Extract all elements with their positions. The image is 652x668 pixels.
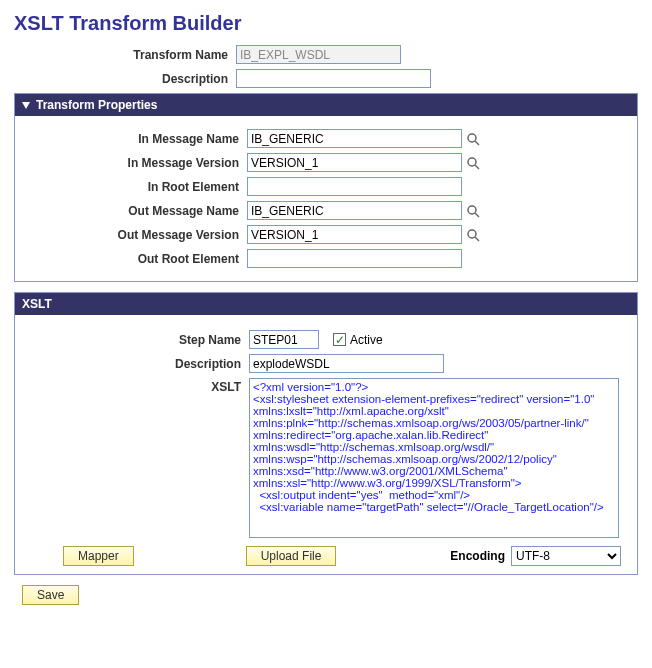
xslt-text-label: XSLT	[21, 378, 249, 394]
row-step-name: Step Name ✓ Active	[21, 330, 631, 349]
active-checkbox-wrap[interactable]: ✓ Active	[333, 333, 383, 347]
mapper-button[interactable]: Mapper	[63, 546, 134, 566]
row-xslt-description: Description	[21, 354, 631, 373]
in-message-version-field[interactable]	[247, 153, 462, 172]
svg-line-1	[475, 141, 479, 145]
out-message-version-label: Out Message Version	[19, 228, 247, 242]
in-root-element-label: In Root Element	[19, 180, 247, 194]
step-name-field[interactable]	[249, 330, 319, 349]
svg-line-5	[475, 213, 479, 217]
svg-point-2	[468, 158, 476, 166]
save-button[interactable]: Save	[22, 585, 79, 605]
xslt-title: XSLT	[22, 297, 52, 311]
page-title: XSLT Transform Builder	[14, 12, 644, 35]
row-out-root-element: Out Root Element	[19, 249, 633, 268]
lookup-icon[interactable]	[466, 204, 480, 218]
row-in-root-element: In Root Element	[19, 177, 633, 196]
in-message-version-label: In Message Version	[19, 156, 247, 170]
description-field[interactable]	[236, 69, 431, 88]
svg-point-0	[468, 134, 476, 142]
encoding-label: Encoding	[450, 549, 505, 563]
xslt-description-label: Description	[21, 357, 249, 371]
out-message-name-label: Out Message Name	[19, 204, 247, 218]
active-checkbox[interactable]: ✓	[333, 333, 346, 346]
lookup-icon[interactable]	[466, 132, 480, 146]
xslt-header: XSLT	[15, 293, 637, 315]
transform-name-field	[236, 45, 401, 64]
transform-properties-title: Transform Properties	[36, 98, 157, 112]
row-description: Description	[8, 69, 644, 88]
svg-point-6	[468, 230, 476, 238]
row-out-message-name: Out Message Name	[19, 201, 633, 220]
xslt-panel: XSLT Step Name ✓ Active Description XSLT…	[14, 292, 638, 575]
row-transform-name: Transform Name	[8, 45, 644, 64]
svg-line-7	[475, 237, 479, 241]
upload-file-button[interactable]: Upload File	[246, 546, 337, 566]
transform-properties-header[interactable]: Transform Properties	[15, 94, 637, 116]
svg-line-3	[475, 165, 479, 169]
lookup-icon[interactable]	[466, 228, 480, 242]
xslt-textarea[interactable]	[249, 378, 619, 538]
step-name-label: Step Name	[21, 333, 249, 347]
row-xslt-text: XSLT	[21, 378, 631, 538]
expand-collapse-icon	[22, 102, 30, 109]
encoding-select[interactable]: UTF-8	[511, 546, 621, 566]
in-message-name-label: In Message Name	[19, 132, 247, 146]
svg-point-4	[468, 206, 476, 214]
xslt-button-row: Mapper Upload File Encoding UTF-8	[21, 546, 631, 566]
check-icon: ✓	[335, 334, 345, 346]
xslt-description-field[interactable]	[249, 354, 444, 373]
lookup-icon[interactable]	[466, 156, 480, 170]
row-out-message-version: Out Message Version	[19, 225, 633, 244]
in-root-element-field[interactable]	[247, 177, 462, 196]
out-message-version-field[interactable]	[247, 225, 462, 244]
row-in-message-version: In Message Version	[19, 153, 633, 172]
out-root-element-label: Out Root Element	[19, 252, 247, 266]
row-in-message-name: In Message Name	[19, 129, 633, 148]
transform-name-label: Transform Name	[8, 48, 236, 62]
out-root-element-field[interactable]	[247, 249, 462, 268]
out-message-name-field[interactable]	[247, 201, 462, 220]
description-label: Description	[8, 72, 236, 86]
active-label: Active	[350, 333, 383, 347]
in-message-name-field[interactable]	[247, 129, 462, 148]
transform-properties-panel: Transform Properties In Message Name In …	[14, 93, 638, 282]
